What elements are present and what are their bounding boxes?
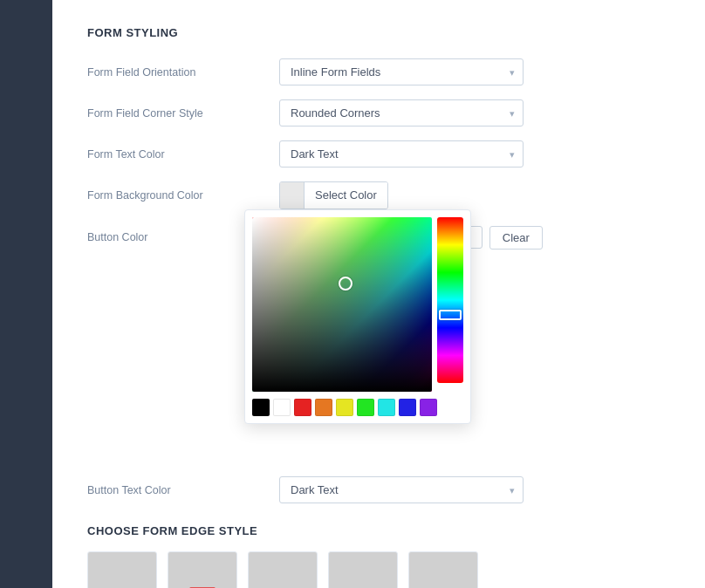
select-orientation[interactable]: Inline Form Fields Stacked Form Fields bbox=[279, 58, 524, 85]
select-wrapper-button-text: Dark Text Light Text ▾ bbox=[279, 476, 524, 503]
swatch-yellow[interactable] bbox=[336, 399, 353, 416]
swatch-red[interactable] bbox=[294, 399, 311, 416]
swatch-green[interactable] bbox=[357, 399, 374, 416]
form-row-orientation: Form Field Orientation Inline Form Field… bbox=[87, 58, 670, 85]
edge-card-top-1 bbox=[88, 552, 156, 588]
edge-card-4[interactable] bbox=[328, 551, 398, 588]
label-orientation: Form Field Orientation bbox=[87, 66, 279, 79]
swatch-orange[interactable] bbox=[315, 399, 332, 416]
form-styling-title: FORM STYLING bbox=[87, 26, 670, 39]
label-bg-color: Form Background Color bbox=[87, 189, 279, 202]
select-text-color[interactable]: Dark Text Light Text bbox=[279, 140, 524, 168]
select-wrapper-corner: Rounded Corners Square Corners ▾ bbox=[279, 99, 524, 126]
edge-card-5[interactable] bbox=[408, 551, 478, 588]
label-button-text-color: Button Text Color bbox=[87, 484, 279, 496]
edge-card-wrapper-5 bbox=[408, 551, 478, 588]
edge-style-title: CHOOSE FORM EDGE STYLE bbox=[87, 524, 670, 537]
swatch-white[interactable] bbox=[273, 399, 291, 416]
select-wrapper-orientation: Inline Form Fields Stacked Form Fields ▾ bbox=[279, 58, 524, 85]
colorpicker-popup bbox=[244, 209, 471, 424]
form-row-bg-color: Form Background Color Select Color bbox=[87, 181, 670, 209]
select-button-text-color[interactable]: Dark Text Light Text bbox=[279, 476, 524, 503]
hue-slider[interactable] bbox=[437, 217, 463, 383]
main-content: FORM STYLING Form Field Orientation Inli… bbox=[52, 0, 705, 588]
edge-card-top-5 bbox=[409, 552, 477, 588]
swatch-purple[interactable] bbox=[420, 399, 437, 416]
colorpicker-inner bbox=[252, 217, 463, 392]
control-button-text-color: Dark Text Light Text ▾ bbox=[279, 476, 670, 503]
sidebar bbox=[0, 0, 52, 588]
control-text-color: Dark Text Light Text ▾ bbox=[279, 140, 670, 168]
edge-card-top-3 bbox=[249, 552, 317, 588]
form-row-button-text-color: Button Text Color Dark Text Light Text ▾ bbox=[87, 476, 670, 503]
select-wrapper-text-color: Dark Text Light Text ▾ bbox=[279, 140, 524, 168]
bg-color-select-label: Select Color bbox=[305, 182, 387, 209]
swatch-black[interactable] bbox=[252, 399, 270, 416]
color-swatches-row bbox=[252, 399, 463, 416]
swatch-cyan[interactable] bbox=[378, 399, 395, 416]
edge-title-rest: LE bbox=[243, 524, 258, 537]
edge-style-row: ✓ bbox=[87, 551, 670, 588]
colorpicker-right bbox=[437, 217, 463, 392]
hue-handle bbox=[439, 310, 462, 320]
bg-color-picker-button[interactable]: Select Color bbox=[279, 181, 388, 209]
control-bg-color: Select Color bbox=[279, 181, 670, 209]
select-corner-style[interactable]: Rounded Corners Square Corners bbox=[279, 99, 524, 126]
gradient-brightness bbox=[252, 217, 432, 392]
edge-card-wrapper-2 bbox=[168, 551, 237, 588]
label-text-color: Form Text Color bbox=[87, 148, 279, 161]
button-color-clear-button[interactable]: Clear bbox=[489, 226, 543, 250]
edge-card-wrapper-4 bbox=[328, 551, 398, 588]
edge-card-top-2 bbox=[168, 552, 236, 588]
control-orientation: Inline Form Fields Stacked Form Fields ▾ bbox=[279, 58, 670, 85]
edge-card-wrapper-1: ✓ bbox=[87, 551, 157, 588]
control-corner-style: Rounded Corners Square Corners ▾ bbox=[279, 99, 670, 126]
edge-card-1[interactable] bbox=[87, 551, 157, 588]
label-corner-style: Form Field Corner Style bbox=[87, 107, 279, 120]
form-row-corner-style: Form Field Corner Style Rounded Corners … bbox=[87, 99, 670, 126]
bg-color-swatch bbox=[280, 182, 305, 209]
form-row-text-color: Form Text Color Dark Text Light Text ▾ bbox=[87, 140, 670, 168]
edge-card-3[interactable] bbox=[248, 551, 318, 588]
colorpicker-gradient-area[interactable] bbox=[252, 217, 432, 392]
edge-card-wrapper-3 bbox=[248, 551, 318, 588]
edge-card-2[interactable] bbox=[168, 551, 237, 588]
swatch-blue[interactable] bbox=[399, 399, 416, 416]
